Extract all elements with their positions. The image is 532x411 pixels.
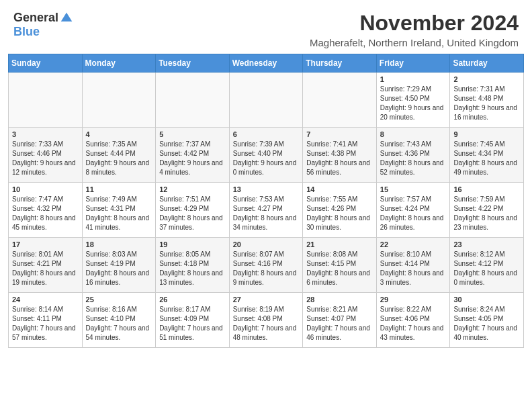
day-number: 4 — [86, 130, 152, 138]
day-info: Sunrise: 7:47 AM Sunset: 4:32 PM Dayligh… — [12, 195, 79, 232]
day-info: Sunrise: 8:16 AM Sunset: 4:10 PM Dayligh… — [86, 305, 152, 342]
calendar-cell: 12Sunrise: 7:51 AM Sunset: 4:29 PM Dayli… — [156, 183, 230, 238]
col-header-saturday: Saturday — [450, 54, 524, 73]
title-area: November 2024 Magherafelt, Northern Irel… — [310, 11, 519, 48]
calendar-cell: 2Sunrise: 7:31 AM Sunset: 4:48 PM Daylig… — [450, 73, 524, 128]
day-number: 3 — [12, 130, 79, 138]
day-info: Sunrise: 8:17 AM Sunset: 4:09 PM Dayligh… — [159, 305, 226, 342]
day-number: 28 — [306, 295, 373, 304]
calendar-cell: 7Sunrise: 7:41 AM Sunset: 4:38 PM Daylig… — [303, 128, 377, 183]
location-title: Magherafelt, Northern Ireland, United Ki… — [310, 37, 519, 48]
col-header-friday: Friday — [376, 54, 450, 73]
day-number: 25 — [86, 295, 152, 304]
calendar-body: 1Sunrise: 7:29 AM Sunset: 4:50 PM Daylig… — [9, 73, 524, 348]
day-number: 12 — [159, 185, 226, 193]
calendar-cell: 15Sunrise: 7:57 AM Sunset: 4:24 PM Dayli… — [376, 183, 450, 238]
week-row-5: 24Sunrise: 8:14 AM Sunset: 4:11 PM Dayli… — [9, 293, 524, 348]
day-number: 2 — [453, 75, 520, 83]
day-info: Sunrise: 7:55 AM Sunset: 4:26 PM Dayligh… — [306, 195, 373, 232]
calendar-cell: 21Sunrise: 8:08 AM Sunset: 4:15 PM Dayli… — [303, 238, 377, 293]
calendar-cell: 16Sunrise: 7:59 AM Sunset: 4:22 PM Dayli… — [450, 183, 524, 238]
week-row-2: 3Sunrise: 7:33 AM Sunset: 4:46 PM Daylig… — [9, 128, 524, 183]
day-number: 29 — [380, 295, 447, 304]
header-row: SundayMondayTuesdayWednesdayThursdayFrid… — [9, 54, 524, 73]
day-info: Sunrise: 8:21 AM Sunset: 4:07 PM Dayligh… — [306, 305, 373, 342]
day-number: 22 — [380, 240, 447, 248]
day-number: 7 — [306, 130, 373, 138]
calendar-cell: 5Sunrise: 7:37 AM Sunset: 4:42 PM Daylig… — [156, 128, 230, 183]
day-number: 14 — [306, 185, 373, 193]
day-info: Sunrise: 7:31 AM Sunset: 4:48 PM Dayligh… — [453, 85, 520, 122]
day-number: 13 — [233, 185, 300, 193]
calendar-cell: 3Sunrise: 7:33 AM Sunset: 4:46 PM Daylig… — [9, 128, 83, 183]
calendar-cell: 19Sunrise: 8:05 AM Sunset: 4:18 PM Dayli… — [156, 238, 230, 293]
calendar-cell: 22Sunrise: 8:10 AM Sunset: 4:14 PM Dayli… — [376, 238, 450, 293]
week-row-3: 10Sunrise: 7:47 AM Sunset: 4:32 PM Dayli… — [9, 183, 524, 238]
logo-general-text: General — [13, 11, 58, 25]
calendar-cell: 10Sunrise: 7:47 AM Sunset: 4:32 PM Dayli… — [9, 183, 83, 238]
day-info: Sunrise: 8:01 AM Sunset: 4:21 PM Dayligh… — [12, 250, 79, 287]
day-number: 21 — [306, 240, 373, 248]
week-row-4: 17Sunrise: 8:01 AM Sunset: 4:21 PM Dayli… — [9, 238, 524, 293]
month-title: November 2024 — [310, 11, 519, 36]
day-info: Sunrise: 7:41 AM Sunset: 4:38 PM Dayligh… — [306, 140, 373, 177]
day-number: 17 — [12, 240, 79, 248]
day-info: Sunrise: 8:03 AM Sunset: 4:19 PM Dayligh… — [86, 250, 152, 287]
calendar-cell: 30Sunrise: 8:24 AM Sunset: 4:05 PM Dayli… — [450, 293, 524, 348]
day-info: Sunrise: 8:19 AM Sunset: 4:08 PM Dayligh… — [233, 305, 300, 342]
day-number: 9 — [453, 130, 520, 138]
col-header-monday: Monday — [82, 54, 156, 73]
logo: General Blue — [13, 11, 73, 39]
calendar-cell: 6Sunrise: 7:39 AM Sunset: 4:40 PM Daylig… — [229, 128, 303, 183]
calendar-cell — [9, 73, 83, 128]
day-number: 15 — [380, 185, 447, 193]
calendar-cell — [303, 73, 377, 128]
day-number: 6 — [233, 130, 300, 138]
calendar-cell: 29Sunrise: 8:22 AM Sunset: 4:06 PM Dayli… — [376, 293, 450, 348]
day-info: Sunrise: 7:29 AM Sunset: 4:50 PM Dayligh… — [380, 85, 447, 122]
day-number: 23 — [453, 240, 520, 248]
calendar-cell: 8Sunrise: 7:43 AM Sunset: 4:36 PM Daylig… — [376, 128, 450, 183]
calendar-cell: 1Sunrise: 7:29 AM Sunset: 4:50 PM Daylig… — [376, 73, 450, 128]
col-header-wednesday: Wednesday — [229, 54, 303, 73]
day-info: Sunrise: 7:57 AM Sunset: 4:24 PM Dayligh… — [380, 195, 447, 232]
calendar-wrapper: SundayMondayTuesdayWednesdayThursdayFrid… — [0, 54, 532, 356]
day-number: 19 — [159, 240, 226, 248]
day-info: Sunrise: 7:53 AM Sunset: 4:27 PM Dayligh… — [233, 195, 300, 232]
day-info: Sunrise: 8:08 AM Sunset: 4:15 PM Dayligh… — [306, 250, 373, 287]
calendar-cell — [156, 73, 230, 128]
calendar-cell: 25Sunrise: 8:16 AM Sunset: 4:10 PM Dayli… — [82, 293, 156, 348]
header: General Blue November 2024 Magherafelt, … — [0, 0, 532, 54]
day-number: 5 — [159, 130, 226, 138]
calendar-cell: 13Sunrise: 7:53 AM Sunset: 4:27 PM Dayli… — [229, 183, 303, 238]
calendar-cell: 24Sunrise: 8:14 AM Sunset: 4:11 PM Dayli… — [9, 293, 83, 348]
calendar-cell: 28Sunrise: 8:21 AM Sunset: 4:07 PM Dayli… — [303, 293, 377, 348]
day-info: Sunrise: 8:07 AM Sunset: 4:16 PM Dayligh… — [233, 250, 300, 287]
day-number: 10 — [12, 185, 79, 193]
calendar-cell: 4Sunrise: 7:35 AM Sunset: 4:44 PM Daylig… — [82, 128, 156, 183]
day-info: Sunrise: 7:43 AM Sunset: 4:36 PM Dayligh… — [380, 140, 447, 177]
calendar-cell: 20Sunrise: 8:07 AM Sunset: 4:16 PM Dayli… — [229, 238, 303, 293]
day-info: Sunrise: 8:10 AM Sunset: 4:14 PM Dayligh… — [380, 250, 447, 287]
logo-blue-text: Blue — [13, 25, 40, 39]
calendar-cell: 11Sunrise: 7:49 AM Sunset: 4:31 PM Dayli… — [82, 183, 156, 238]
day-number: 18 — [86, 240, 152, 248]
day-number: 16 — [453, 185, 520, 193]
day-info: Sunrise: 7:39 AM Sunset: 4:40 PM Dayligh… — [233, 140, 300, 177]
day-info: Sunrise: 7:45 AM Sunset: 4:34 PM Dayligh… — [453, 140, 520, 177]
col-header-tuesday: Tuesday — [156, 54, 230, 73]
calendar-header: SundayMondayTuesdayWednesdayThursdayFrid… — [9, 54, 524, 73]
calendar-table: SundayMondayTuesdayWednesdayThursdayFrid… — [8, 54, 524, 348]
calendar-cell — [82, 73, 156, 128]
day-info: Sunrise: 7:35 AM Sunset: 4:44 PM Dayligh… — [86, 140, 152, 177]
calendar-cell: 18Sunrise: 8:03 AM Sunset: 4:19 PM Dayli… — [82, 238, 156, 293]
day-info: Sunrise: 8:05 AM Sunset: 4:18 PM Dayligh… — [159, 250, 226, 287]
day-info: Sunrise: 7:59 AM Sunset: 4:22 PM Dayligh… — [453, 195, 520, 232]
day-info: Sunrise: 7:33 AM Sunset: 4:46 PM Dayligh… — [12, 140, 79, 177]
day-info: Sunrise: 8:22 AM Sunset: 4:06 PM Dayligh… — [380, 305, 447, 342]
svg-marker-0 — [61, 12, 73, 21]
col-header-thursday: Thursday — [303, 54, 377, 73]
week-row-1: 1Sunrise: 7:29 AM Sunset: 4:50 PM Daylig… — [9, 73, 524, 128]
day-number: 26 — [159, 295, 226, 304]
day-info: Sunrise: 8:24 AM Sunset: 4:05 PM Dayligh… — [453, 305, 520, 342]
